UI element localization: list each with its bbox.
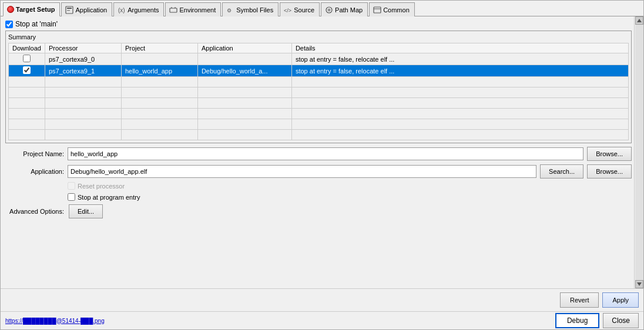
apply-button[interactable]: Apply [602,292,639,308]
path-icon [325,6,333,14]
tab-application[interactable]: Application [61,2,112,16]
table-row-empty [9,98,629,109]
tab-application-label: Application [75,6,107,14]
tab-common[interactable]: Common [369,2,415,16]
project-name-input[interactable] [68,147,583,160]
stop-at-program-entry-row: Stop at program entry [5,193,632,201]
tab-path-map[interactable]: Path Map [321,2,368,16]
svg-rect-1 [67,8,72,9]
svg-marker-10 [637,19,642,22]
col-header-details: Details [291,43,628,53]
summary-table: Download Processor Project Application D… [8,43,629,140]
revert-button[interactable]: Revert [560,292,599,308]
target-icon [7,6,14,13]
table-row-empty [9,77,629,87]
table-row[interactable]: ps7_cortexa9_1 hello_world_app Debug/hel… [9,65,629,77]
stop-at-main-checkbox[interactable] [5,21,13,28]
application-label: Application: [5,168,64,175]
scroll-up-button[interactable] [635,16,643,25]
env-icon [169,6,177,14]
scroll-down-button[interactable] [635,280,643,288]
row0-details: stop at entry = false, relocate elf ... [291,53,628,65]
tab-source-label: Source [294,6,314,14]
status-bar: https://████████@51414-███.png Debug Clo… [1,311,643,329]
svg-text:(x): (x) [118,7,125,14]
stop-at-main-label: Stop at 'main' [15,20,58,28]
table-row-empty [9,130,629,140]
args-icon: (x) [118,6,126,14]
tab-source[interactable]: </> Source [280,2,320,16]
final-buttons: Debug Close [555,313,639,328]
src-icon: </> [284,6,292,14]
row0-download[interactable] [9,53,45,65]
svg-rect-2 [67,10,70,11]
application-search-button[interactable]: Search... [540,164,583,179]
form-section: Project Name: Browse... Application: Sea… [5,147,632,218]
advanced-options-row: Advanced Options: Edit... [5,204,632,218]
debug-button[interactable]: Debug [555,313,599,328]
application-browse-button[interactable]: Browse... [587,164,632,179]
common-icon [373,6,381,14]
reset-processor-label: Reset processor [78,183,125,190]
tab-environment-label: Environment [179,6,216,14]
app-icon [65,6,73,14]
tab-arguments-label: Arguments [128,6,159,14]
row1-download[interactable] [9,65,45,77]
tab-symbol-files-label: Symbol Files [236,6,273,14]
tab-arguments[interactable]: (x) Arguments [113,2,164,16]
dialog: Target Setup Application (x) Arguments E… [0,0,644,330]
tab-bar: Target Setup Application (x) Arguments E… [1,1,643,16]
row1-application: Debug/hello_world_a... [197,65,291,77]
tab-target-setup-label: Target Setup [16,6,55,13]
stop-at-main-row: Stop at 'main' [5,20,632,28]
svg-marker-11 [637,282,642,286]
stop-at-program-entry-checkbox[interactable] [68,193,75,201]
svg-text:</>: </> [284,8,291,14]
tab-environment[interactable]: Environment [165,2,221,16]
summary-group: Summary Download Processor Project Appli… [5,31,632,143]
svg-text:⚙: ⚙ [227,8,232,14]
application-input[interactable] [68,165,536,178]
close-button[interactable]: Close [603,313,639,328]
project-name-label: Project Name: [5,150,64,157]
row1-processor: ps7_cortexa9_1 [45,65,121,77]
tab-target-setup[interactable]: Target Setup [3,2,60,16]
scrollbar[interactable] [634,16,643,288]
svg-rect-4 [170,8,177,12]
application-row: Application: Search... Browse... [5,164,632,179]
project-name-browse-button[interactable]: Browse... [587,147,632,161]
row1-project: hello_world_app [121,65,197,77]
advanced-options-label: Advanced Options: [5,208,64,215]
table-row-empty [9,87,629,98]
reset-processor-row: Reset processor [5,182,632,190]
tab-common-label: Common [383,6,410,14]
col-header-application: Application [197,43,291,53]
url-text: https://████████@51414-███.png [5,318,105,324]
col-header-project: Project [121,43,197,53]
project-name-row: Project Name: Browse... [5,147,632,161]
stop-at-program-entry-label: Stop at program entry [78,194,140,201]
reset-processor-checkbox[interactable] [68,182,75,190]
tab-path-map-label: Path Map [335,6,363,14]
row0-application [197,53,291,65]
svg-rect-8 [374,7,381,13]
row1-details: stop at entry = false, relocate elf ... [291,65,628,77]
summary-label: Summary [8,33,629,41]
table-row[interactable]: ps7_cortexa9_0 stop at entry = false, re… [9,53,629,65]
tab-symbol-files[interactable]: ⚙ Symbol Files [222,2,279,16]
table-row-empty [9,119,629,130]
bottom-bar: Revert Apply [1,288,643,311]
row0-project [121,53,197,65]
sym-icon: ⚙ [226,6,234,14]
table-row-empty [9,109,629,119]
col-header-processor: Processor [45,43,121,53]
row0-processor: ps7_cortexa9_0 [45,53,121,65]
col-header-download: Download [9,43,45,53]
edit-button[interactable]: Edit... [69,204,103,218]
